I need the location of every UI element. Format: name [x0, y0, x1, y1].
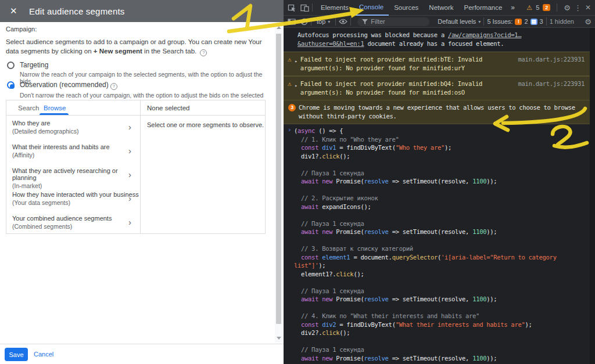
code-token: querySelector	[392, 254, 438, 261]
source-location-link[interactable]: main.dart.js:223931	[518, 55, 585, 64]
inspect-element-icon[interactable]	[288, 3, 296, 12]
issues-counter[interactable]: 5 Issues: ! 2 ▤ 3	[487, 18, 543, 25]
issues-badge-icon[interactable]: 2	[543, 4, 550, 11]
code-token: => setTimeout(resolve,	[389, 178, 473, 185]
code-token: const	[301, 321, 318, 328]
context-selector[interactable]: top ▾	[314, 18, 332, 25]
code-token: ));	[486, 295, 497, 302]
close-devtools-icon[interactable]: ✕	[585, 3, 591, 12]
code-token	[294, 203, 301, 210]
save-button[interactable]: Save	[5, 348, 28, 361]
tab-sources[interactable]: Sources	[389, 0, 424, 16]
code-line	[294, 337, 593, 346]
devtools: Elements Console Sources Network Perform…	[284, 0, 595, 364]
code-token: // Пауза 1 секунда	[294, 220, 364, 227]
code-token: click	[322, 153, 339, 160]
segment-list: Who they are (Detailed demographics) › W…	[6, 116, 140, 235]
expand-triangle-icon[interactable]: ▸	[295, 57, 298, 66]
warning-text: Failed to inject root provider minified:…	[300, 80, 501, 97]
code-line: div2?.click();	[294, 329, 593, 337]
code-token: // 3. Возврат к списку категорий	[294, 245, 413, 252]
code-token: 1100	[472, 295, 486, 302]
tab-network[interactable]: Network	[424, 0, 458, 16]
chevron-down-icon: ▾	[478, 19, 481, 24]
console-settings-gear-icon[interactable]: ⚙	[585, 17, 595, 26]
segment-row[interactable]: Your combined audience segments (Combine…	[6, 211, 140, 235]
tab-browse[interactable]: Browse	[44, 104, 66, 111]
device-toolbar-icon[interactable]	[300, 4, 309, 12]
chevron-right-icon[interactable]: ›	[128, 146, 131, 156]
code-token: ));	[486, 355, 497, 362]
new-segment-bold: + New segment	[94, 48, 142, 55]
tab-console[interactable]: Console	[354, 0, 389, 16]
chevron-right-icon[interactable]: ›	[128, 122, 131, 132]
segment-title: What they are actively researching or pl…	[12, 167, 140, 181]
code-token: // Пауза 1 секунда	[294, 170, 364, 176]
help-icon[interactable]: ?	[110, 83, 117, 90]
kebab-menu-icon[interactable]: ⋮	[574, 3, 582, 12]
segment-row[interactable]: How they have interacted with your busin…	[6, 187, 140, 211]
code-token: expandIcons();	[318, 203, 371, 210]
chevron-right-icon[interactable]: ›	[128, 170, 131, 179]
page-title: Edit audience segments	[29, 6, 125, 16]
source-location-link[interactable]: main.dart.js:223931	[518, 80, 585, 88]
help-icon[interactable]: ?	[200, 49, 207, 56]
segment-row[interactable]: Who they are (Detailed demographics) ›	[6, 116, 140, 139]
code-token: ();	[353, 271, 364, 277]
chevron-right-icon[interactable]: ›	[128, 193, 131, 203]
panel-scrollbar[interactable]	[275, 23, 282, 343]
close-icon[interactable]: ✕	[10, 6, 19, 16]
code-line	[294, 186, 593, 194]
scroll-down-icon[interactable]	[277, 337, 281, 340]
segment-row[interactable]: What their interests and habits are (Aff…	[6, 139, 140, 163]
expand-triangle-icon[interactable]: ▸	[295, 81, 298, 90]
scroll-up-icon[interactable]	[277, 26, 281, 29]
code-token: div2?.	[294, 329, 322, 336]
code-token: await	[301, 295, 318, 302]
issue-error-icon: !	[515, 19, 522, 25]
violation-text: Autofocus processing was blocked because…	[298, 31, 585, 48]
radio-unselected-icon[interactable]	[7, 62, 15, 69]
more-tabs-icon[interactable]: »	[507, 3, 518, 12]
divider	[311, 17, 311, 26]
tab-elements[interactable]: Elements	[316, 0, 354, 16]
code-token: // Пауза 1 секунда	[294, 346, 364, 353]
console-input-echo[interactable]: › (async () => { // 1. Клик по "Who they…	[284, 124, 595, 364]
panel-description: Select audience segments to add to a cam…	[6, 37, 268, 56]
code-token: list"]'	[294, 262, 318, 269]
warning-icon: ⚠	[288, 55, 291, 64]
segment-row[interactable]: What they are actively researching or pl…	[6, 163, 140, 187]
code-line: // Пауза 1 секунда	[294, 219, 593, 228]
code-token: new	[322, 178, 332, 185]
console-sidebar-icon[interactable]	[288, 19, 296, 25]
cancel-button[interactable]: Cancel	[34, 351, 53, 358]
message-count-badge[interactable]: 3	[288, 104, 296, 111]
log-levels-dropdown[interactable]: Default levels ▾	[438, 18, 481, 25]
radio-selected-icon[interactable]	[7, 81, 15, 89]
panel-header: ✕ Edit audience segments	[0, 0, 284, 22]
console-toolbar: top ▾ Filter Default levels ▾ 5 Issues: …	[284, 16, 595, 28]
code-token: 'i[aria-label="Return to category	[441, 254, 557, 261]
devtools-scrollbar[interactable]	[590, 28, 595, 364]
filter-input[interactable]: Filter	[357, 17, 429, 26]
tab-search[interactable]: Search	[18, 104, 39, 111]
code-line: await new Promise(resolve => setTimeout(…	[294, 295, 593, 304]
code-token	[294, 321, 301, 328]
divider	[312, 3, 313, 12]
code-token: await	[301, 228, 318, 235]
tab-performance[interactable]: Performance	[459, 0, 508, 16]
settings-gear-icon[interactable]: ⚙	[564, 3, 571, 12]
live-expression-eye-icon[interactable]	[339, 19, 347, 24]
chevron-right-icon[interactable]: ›	[128, 217, 131, 227]
code-token	[294, 228, 301, 235]
funnel-icon	[362, 19, 368, 24]
scrollbar-thumb[interactable]	[276, 34, 281, 324]
code-line: // Пауза 1 секунда	[294, 345, 593, 354]
segment-subtitle: (Combined segments)	[12, 223, 140, 230]
tabbar-right-cluster: ⚠ 5 2 ⚙ ⋮ ✕	[526, 3, 595, 12]
warning-icon[interactable]: ⚠	[526, 4, 532, 12]
code-line: // 3. Возврат к списку категорий	[294, 244, 593, 253]
code-token: click	[336, 271, 353, 277]
clear-console-icon[interactable]	[300, 18, 308, 26]
code-token: 1100	[472, 178, 486, 185]
